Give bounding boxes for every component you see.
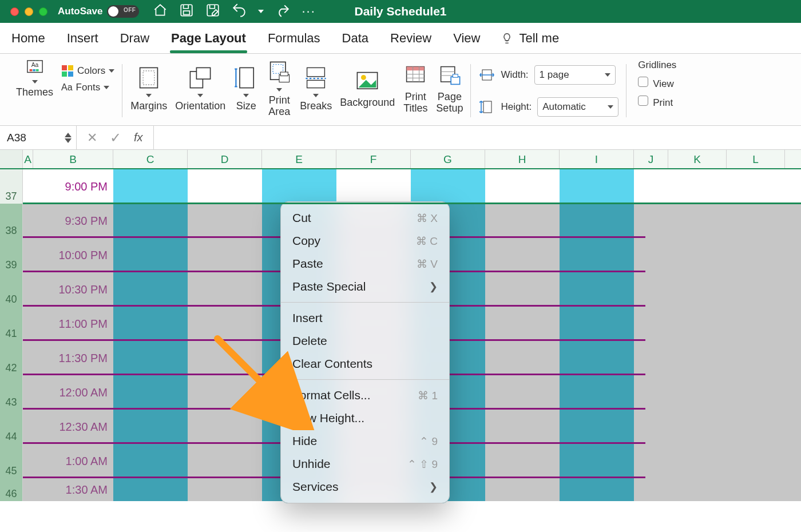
col-header-L[interactable]: L bbox=[727, 150, 785, 168]
redo-icon[interactable] bbox=[275, 3, 290, 20]
cell-D39[interactable] bbox=[188, 238, 262, 272]
cell-I44[interactable] bbox=[560, 410, 634, 444]
tab-home[interactable]: Home bbox=[10, 29, 46, 48]
undo-dropdown-icon[interactable] bbox=[258, 10, 264, 13]
col-header-E[interactable]: E bbox=[262, 150, 336, 168]
gridlines-print-checkbox[interactable]: Print bbox=[638, 96, 676, 109]
cell-D45[interactable] bbox=[188, 444, 262, 478]
cell-L38[interactable] bbox=[727, 204, 785, 238]
cell-I41[interactable] bbox=[560, 307, 634, 341]
menu-item-insert[interactable]: Insert bbox=[281, 307, 449, 329]
cell-H43[interactable] bbox=[485, 375, 560, 410]
cell-K41[interactable] bbox=[668, 307, 727, 341]
cell-G37[interactable] bbox=[411, 169, 485, 204]
cell-L41[interactable] bbox=[727, 307, 785, 341]
menu-item-unhide[interactable]: Unhide⌃ ⇧ 9 bbox=[281, 452, 449, 475]
gridlines-view-checkbox[interactable]: View bbox=[638, 77, 676, 90]
col-header-I[interactable]: I bbox=[560, 150, 634, 168]
cell-I37[interactable] bbox=[560, 169, 634, 204]
cell-J41[interactable] bbox=[634, 307, 668, 341]
row-header-38[interactable]: 38 bbox=[0, 204, 23, 238]
cell-K44[interactable] bbox=[668, 410, 727, 444]
col-header-K[interactable]: K bbox=[668, 150, 727, 168]
cell-E37[interactable] bbox=[262, 169, 336, 204]
cell-H40[interactable] bbox=[485, 272, 560, 307]
row-header-43[interactable]: 43 bbox=[0, 375, 23, 410]
cell-J45[interactable] bbox=[634, 444, 668, 478]
cell-D42[interactable] bbox=[188, 341, 262, 375]
cell-I45[interactable] bbox=[560, 444, 634, 478]
cell-J44[interactable] bbox=[634, 410, 668, 444]
tab-page-layout[interactable]: Page Layout bbox=[170, 29, 247, 48]
tab-review[interactable]: Review bbox=[389, 29, 433, 48]
cell-B38[interactable]: 9:30 PM bbox=[33, 204, 113, 238]
autosave-control[interactable]: AutoSave OFF bbox=[58, 5, 139, 18]
name-box[interactable]: A38 bbox=[0, 126, 77, 149]
col-header-B[interactable]: B bbox=[33, 150, 113, 168]
zoom-window-icon[interactable] bbox=[39, 7, 47, 16]
cell-A37[interactable] bbox=[23, 169, 33, 204]
cell-K46[interactable] bbox=[668, 478, 727, 501]
cell-J42[interactable] bbox=[634, 341, 668, 375]
row-header-40[interactable]: 40 bbox=[0, 272, 23, 307]
row-header-41[interactable]: 41 bbox=[0, 307, 23, 341]
col-header-H[interactable]: H bbox=[485, 150, 560, 168]
cell-H37[interactable] bbox=[485, 169, 560, 204]
menu-item-format-cells[interactable]: Format Cells...⌘ 1 bbox=[281, 384, 449, 407]
cell-D40[interactable] bbox=[188, 272, 262, 307]
breaks-button[interactable]: Breaks bbox=[300, 65, 332, 112]
cell-I46[interactable] bbox=[560, 478, 634, 501]
undo-icon[interactable] bbox=[232, 3, 247, 20]
col-header-F[interactable]: F bbox=[336, 150, 411, 168]
menu-item-paste[interactable]: Paste⌘ V bbox=[281, 252, 449, 275]
cell-H38[interactable] bbox=[485, 204, 560, 238]
cell-A46[interactable] bbox=[23, 478, 33, 501]
cell-C45[interactable] bbox=[113, 444, 188, 478]
cell-H44[interactable] bbox=[485, 410, 560, 444]
tell-me-search[interactable]: Tell me bbox=[501, 31, 559, 46]
minimize-window-icon[interactable] bbox=[25, 7, 33, 16]
cell-L39[interactable] bbox=[727, 238, 785, 272]
col-header-A[interactable]: A bbox=[23, 150, 33, 168]
cell-L45[interactable] bbox=[727, 444, 785, 478]
cell-K38[interactable] bbox=[668, 204, 727, 238]
cell-L37[interactable] bbox=[727, 169, 785, 204]
cell-I40[interactable] bbox=[560, 272, 634, 307]
cell-C44[interactable] bbox=[113, 410, 188, 444]
row-header-37[interactable]: 37 bbox=[0, 169, 23, 204]
cell-J37[interactable] bbox=[634, 169, 668, 204]
cell-D44[interactable] bbox=[188, 410, 262, 444]
cell-H46[interactable] bbox=[485, 478, 560, 501]
menu-item-row-height[interactable]: Row Height... bbox=[281, 407, 449, 430]
cell-K40[interactable] bbox=[668, 272, 727, 307]
col-header-G[interactable]: G bbox=[411, 150, 485, 168]
cell-C46[interactable] bbox=[113, 478, 188, 501]
width-select[interactable]: 1 page bbox=[534, 65, 616, 85]
cell-I43[interactable] bbox=[560, 375, 634, 410]
confirm-icon[interactable]: ✓ bbox=[110, 130, 121, 146]
cell-I39[interactable] bbox=[560, 238, 634, 272]
cell-A44[interactable] bbox=[23, 410, 33, 444]
cell-J43[interactable] bbox=[634, 375, 668, 410]
cell-C37[interactable] bbox=[113, 169, 188, 204]
select-all-corner[interactable] bbox=[0, 150, 23, 168]
cell-C43[interactable] bbox=[113, 375, 188, 410]
cell-C42[interactable] bbox=[113, 341, 188, 375]
cell-B40[interactable]: 10:30 PM bbox=[33, 272, 113, 307]
tab-data[interactable]: Data bbox=[341, 29, 370, 48]
margins-button[interactable]: Margins bbox=[130, 65, 167, 112]
cell-A42[interactable] bbox=[23, 341, 33, 375]
cell-D43[interactable] bbox=[188, 375, 262, 410]
cell-J46[interactable] bbox=[634, 478, 668, 501]
size-button[interactable]: Size bbox=[233, 65, 259, 112]
cell-C39[interactable] bbox=[113, 238, 188, 272]
fx-icon[interactable]: fx bbox=[134, 131, 143, 144]
cell-B43[interactable]: 12:00 AM bbox=[33, 375, 113, 410]
cell-A45[interactable] bbox=[23, 444, 33, 478]
cell-K43[interactable] bbox=[668, 375, 727, 410]
tab-insert[interactable]: Insert bbox=[66, 29, 100, 48]
cell-A40[interactable] bbox=[23, 272, 33, 307]
menu-item-paste-special[interactable]: Paste Special❯ bbox=[281, 275, 449, 298]
save-icon[interactable] bbox=[179, 3, 194, 20]
tab-formulas[interactable]: Formulas bbox=[267, 29, 322, 48]
